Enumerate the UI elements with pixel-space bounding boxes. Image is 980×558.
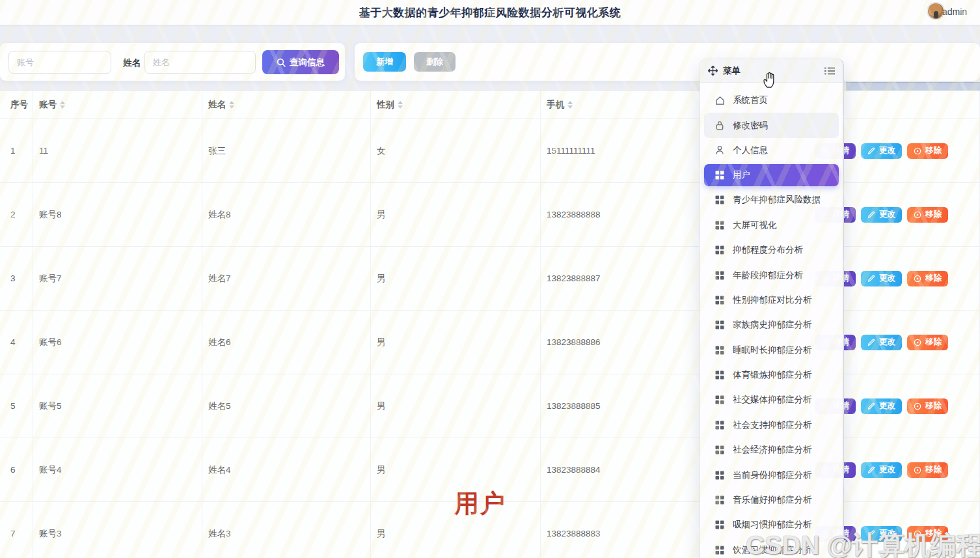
grid-icon xyxy=(715,195,725,205)
cell-index: 7 xyxy=(0,502,33,558)
cell-index: 2 xyxy=(0,183,33,247)
menu-item-9[interactable]: 家族病史抑郁症分析 xyxy=(704,313,839,337)
sort-caret-icon[interactable] xyxy=(229,101,234,109)
cell-gender: 女 xyxy=(371,119,541,183)
cell-gender: 男 xyxy=(371,311,541,374)
menu-item-13[interactable]: 社会支持抑郁症分析 xyxy=(704,413,839,438)
cell-index: 4 xyxy=(0,311,33,374)
remove-button[interactable]: 移除 xyxy=(907,335,948,350)
horizontal-scrollbar[interactable] xyxy=(846,82,980,91)
cell-account: 账号5 xyxy=(33,374,202,438)
menu-item-8[interactable]: 性别抑郁症对比分析 xyxy=(704,288,839,313)
query-button[interactable]: 查询信息 xyxy=(262,50,339,74)
grid-icon xyxy=(715,520,725,530)
menu-item-10[interactable]: 睡眠时长抑郁症分析 xyxy=(704,338,839,363)
cell-name: 姓名8 xyxy=(202,183,371,247)
menu-item-7[interactable]: 年龄段抑郁症分析 xyxy=(704,262,839,287)
hand-cursor xyxy=(761,70,778,91)
cell-name: 姓名7 xyxy=(202,247,371,311)
search-icon xyxy=(277,58,286,67)
lock-icon xyxy=(715,120,725,131)
cell-index: 3 xyxy=(0,247,33,311)
column-header-2[interactable]: 姓名 xyxy=(202,91,371,119)
home-icon xyxy=(715,95,725,105)
cell-account: 账号3 xyxy=(33,502,202,558)
menu-item-12[interactable]: 社交媒体抑郁症分析 xyxy=(704,387,839,412)
cell-index: 1 xyxy=(0,119,33,183)
menu-item-11[interactable]: 体育锻炼抑郁症分析 xyxy=(704,363,839,387)
sort-caret-icon[interactable] xyxy=(60,101,65,109)
menu-item-0[interactable]: 系统首页 xyxy=(704,88,839,113)
grid-icon xyxy=(715,345,725,356)
grid-icon xyxy=(715,270,725,281)
cell-name: 姓名5 xyxy=(202,374,371,438)
name-input[interactable] xyxy=(144,51,256,74)
sort-caret-icon[interactable] xyxy=(567,101,573,109)
search-panel: 姓名 查询信息 xyxy=(0,43,345,81)
menu-item-1[interactable]: 修改密码 xyxy=(704,113,839,137)
edit-button[interactable]: 更改 xyxy=(861,398,902,414)
cell-name: 张三 xyxy=(202,119,371,183)
edit-button[interactable]: 更改 xyxy=(861,271,902,286)
red-watermark: 用户 xyxy=(454,487,506,520)
remove-button[interactable]: 移除 xyxy=(907,207,948,223)
sort-caret-icon[interactable] xyxy=(398,101,403,109)
grid-icon xyxy=(715,495,725,505)
add-button[interactable]: 新增 xyxy=(363,52,406,72)
cell-account: 账号4 xyxy=(33,438,202,502)
grid-icon xyxy=(715,245,725,255)
grid-icon xyxy=(715,320,725,330)
grid-icon xyxy=(715,420,725,430)
cell-account: 11 xyxy=(33,119,202,183)
floating-menu: 菜单 系统首页修改密码个人信息用户青少年抑郁症风险数据大屏可视化抑郁程度分布分析… xyxy=(700,59,844,558)
username-label: admin xyxy=(942,7,975,17)
menu-item-2[interactable]: 个人信息 xyxy=(704,138,839,163)
edit-button[interactable]: 更改 xyxy=(861,143,902,159)
menu-item-5[interactable]: 大屏可视化 xyxy=(704,213,839,238)
grid-icon xyxy=(715,545,725,555)
page-title: 基于大数据的青少年抑郁症风险数据分析可视化系统 xyxy=(0,5,980,20)
account-input[interactable] xyxy=(8,51,111,74)
grid-icon xyxy=(715,445,725,455)
menu-item-16[interactable]: 音乐偏好抑郁症分析 xyxy=(704,488,839,512)
cell-gender: 男 xyxy=(371,183,541,247)
cell-gender: 男 xyxy=(371,374,541,438)
edit-button[interactable]: 更改 xyxy=(861,462,902,478)
toolbar-panel: 新增 删除 xyxy=(355,43,980,81)
grid-icon xyxy=(715,220,725,230)
column-header-1[interactable]: 账号 xyxy=(33,91,202,119)
menu-items: 系统首页修改密码个人信息用户青少年抑郁症风险数据大屏可视化抑郁程度分布分析年龄段… xyxy=(700,83,843,558)
cell-name: 姓名3 xyxy=(202,502,371,558)
menu-item-15[interactable]: 当前身份抑郁症分析 xyxy=(704,462,839,487)
menu-title: 菜单 xyxy=(723,65,741,77)
remove-button[interactable]: 移除 xyxy=(907,143,948,159)
cell-index: 6 xyxy=(0,438,33,502)
menu-item-6[interactable]: 抑郁程度分布分析 xyxy=(704,238,839,262)
cell-account: 账号7 xyxy=(33,247,202,311)
move-icon[interactable] xyxy=(708,66,718,76)
column-header-0: 序号 xyxy=(0,91,33,119)
cell-account: 账号8 xyxy=(33,183,202,247)
remove-button[interactable]: 移除 xyxy=(907,398,948,414)
remove-button[interactable]: 移除 xyxy=(907,462,948,478)
edit-button[interactable]: 更改 xyxy=(861,207,902,223)
name-label: 姓名 xyxy=(123,57,141,69)
edit-button[interactable]: 更改 xyxy=(861,335,902,350)
csdn-watermark: CSDN @计算机编程指导师 xyxy=(746,527,980,558)
delete-button[interactable]: 删除 xyxy=(414,52,456,72)
menu-list-icon[interactable] xyxy=(824,66,835,76)
grid-icon xyxy=(715,370,725,380)
cell-gender: 男 xyxy=(371,247,541,311)
top-header: 基于大数据的青少年抑郁症风险数据分析可视化系统 admin xyxy=(0,0,980,25)
menu-item-14[interactable]: 社会经济抑郁症分析 xyxy=(704,438,839,462)
menu-item-3[interactable]: 用户 xyxy=(704,164,839,186)
cell-index: 5 xyxy=(0,374,33,438)
cell-account: 账号6 xyxy=(33,311,202,374)
user-icon xyxy=(715,145,725,156)
grid-icon xyxy=(715,470,725,481)
grid-icon xyxy=(715,295,725,305)
menu-item-4[interactable]: 青少年抑郁症风险数据 xyxy=(704,188,839,212)
remove-button[interactable]: 移除 xyxy=(907,271,948,286)
column-header-3[interactable]: 性别 xyxy=(371,91,541,119)
cell-name: 姓名6 xyxy=(202,311,371,374)
